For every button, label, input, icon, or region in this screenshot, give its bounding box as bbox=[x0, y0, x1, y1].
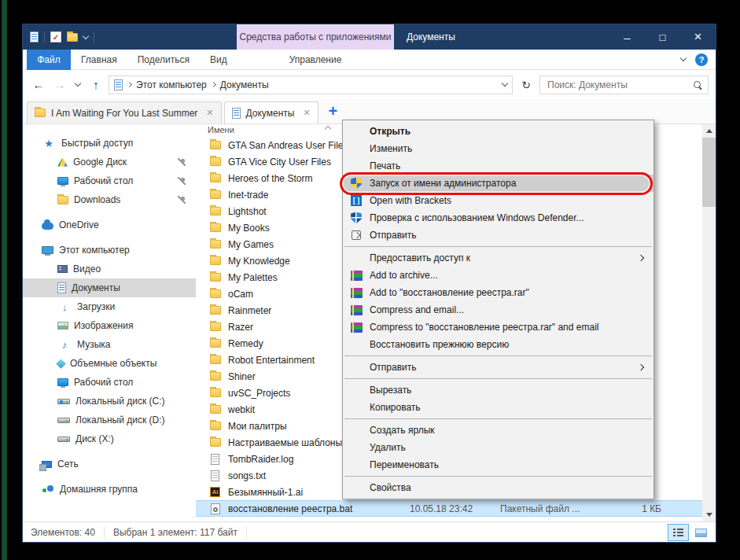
menu-item[interactable]: Предоставить доступ к bbox=[343, 249, 653, 267]
sidebar-item[interactable]: Объемные объекты bbox=[23, 354, 196, 373]
qat-chevron-down-icon[interactable] bbox=[83, 32, 89, 39]
file-name: Heroes of the Storm bbox=[228, 173, 312, 184]
menu-item[interactable]: Compress to "восстановление реестра.rar"… bbox=[343, 319, 653, 336]
menu-item[interactable] bbox=[344, 246, 652, 247]
file-name: Razer bbox=[228, 322, 253, 333]
menu-item[interactable]: Вырезать bbox=[343, 381, 653, 399]
menu-item[interactable]: Add to "восстановление реестра.rar" bbox=[343, 284, 653, 301]
address-bar: ← → ↑ Этот компьютер Документы bbox=[23, 70, 716, 99]
menu-item[interactable]: Запуск от имени администратора bbox=[343, 175, 653, 192]
menu-item[interactable] bbox=[344, 476, 652, 477]
menu-item-icon bbox=[349, 305, 363, 315]
menu-item[interactable]: Проверка с использованием Windows Defend… bbox=[343, 209, 653, 227]
sidebar-item[interactable]: Downloads bbox=[23, 190, 196, 209]
tab-view[interactable]: Вид bbox=[200, 50, 237, 70]
menu-item[interactable] bbox=[344, 356, 652, 356]
maximize-button[interactable] bbox=[645, 24, 680, 50]
menu-item[interactable]: Копировать bbox=[343, 399, 653, 416]
menu-item[interactable]: Свойства bbox=[343, 479, 653, 496]
menu-item[interactable]: Open with Brackets bbox=[343, 192, 653, 209]
scrollbar-thumb[interactable] bbox=[702, 138, 716, 207]
folder-tab-1[interactable]: I Am Waiting For You Last Summer ✕ bbox=[27, 101, 222, 123]
sidebar-item[interactable]: Диск (X:) bbox=[23, 429, 196, 448]
sidebar-item[interactable]: Загрузки bbox=[23, 297, 196, 316]
menu-item[interactable]: Compress and email... bbox=[343, 301, 653, 319]
breadcrumb-current[interactable]: Документы bbox=[220, 79, 269, 90]
tab-share[interactable]: Поделиться bbox=[127, 50, 200, 70]
scroll-down-icon[interactable] bbox=[706, 513, 712, 517]
thumbnails-view-button[interactable] bbox=[690, 524, 712, 541]
menu-item[interactable] bbox=[344, 378, 652, 379]
menu-item[interactable]: Add to archive... bbox=[343, 267, 653, 284]
menu-item[interactable]: Создать ярлык bbox=[343, 422, 653, 439]
sidebar-item[interactable]: OneDrive bbox=[23, 216, 196, 234]
selected-file-row[interactable]: восстановление реестра.bat 10.05.18 23:4… bbox=[196, 500, 702, 517]
folder-tab-2-active[interactable]: Документы ✕ bbox=[224, 101, 318, 123]
menu-item[interactable]: Переименовать bbox=[343, 456, 653, 473]
scroll-up-icon[interactable] bbox=[706, 129, 712, 133]
up-button[interactable]: ↑ bbox=[87, 78, 105, 91]
sidebar-item[interactable]: Домашняя группа bbox=[23, 480, 196, 499]
address-dropdown-chevron-icon[interactable] bbox=[502, 80, 508, 87]
recent-locations-chevron-icon[interactable] bbox=[72, 83, 83, 86]
menu-item-label: Compress to "восстановление реестра.rar"… bbox=[370, 322, 598, 333]
close-tab-icon[interactable]: ✕ bbox=[303, 108, 310, 118]
sidebar-item[interactable]: Этот компьютер bbox=[23, 241, 196, 260]
explorer-document-icon[interactable] bbox=[30, 31, 39, 42]
column-header-name[interactable]: Имени bbox=[208, 125, 234, 134]
tab-home[interactable]: Главная bbox=[71, 50, 127, 70]
sidebar-item[interactable]: Изображения bbox=[23, 316, 196, 335]
folder-icon bbox=[35, 109, 46, 117]
forward-button[interactable]: → bbox=[51, 78, 68, 91]
menu-item[interactable]: Отправить bbox=[343, 227, 653, 244]
menu-item-label: Копировать bbox=[370, 402, 421, 413]
desktop-screen: Средства работы с приложениями Документы… bbox=[0, 0, 740, 560]
sidebar-item[interactable]: Документы bbox=[23, 278, 196, 297]
sidebar-item-label: Загрузки bbox=[77, 301, 115, 312]
collapse-ribbon-chevron-icon[interactable] bbox=[680, 55, 687, 61]
menu-item[interactable]: Восстановить прежнюю версию bbox=[343, 336, 653, 353]
breadcrumb[interactable]: Этот компьютер Документы bbox=[109, 76, 513, 94]
menu-item-label: Создать ярлык bbox=[370, 425, 435, 436]
sidebar-item[interactable]: Видео bbox=[23, 260, 196, 278]
sidebar-item-label: Рабочий стол bbox=[74, 175, 133, 186]
vertical-scrollbar[interactable] bbox=[702, 124, 716, 521]
menu-item[interactable]: Печать bbox=[343, 157, 653, 175]
sidebar-item[interactable]: Локальный диск (C:) bbox=[23, 392, 196, 411]
sidebar-item-icon bbox=[57, 301, 72, 313]
menu-item[interactable]: Удалить bbox=[343, 439, 653, 456]
sidebar-item[interactable]: Рабочий стол bbox=[23, 373, 196, 392]
breadcrumb-root[interactable]: Этот компьютер bbox=[136, 79, 207, 90]
sidebar-item[interactable]: Локальный диск (D:) bbox=[23, 411, 196, 429]
menu-item[interactable]: Отправить bbox=[343, 359, 653, 376]
sidebar-item[interactable]: Сеть bbox=[23, 455, 196, 473]
help-icon[interactable] bbox=[695, 53, 708, 66]
menu-item-icon bbox=[349, 271, 363, 281]
new-tab-button[interactable]: + bbox=[321, 102, 346, 120]
tab-manage[interactable]: Управление bbox=[237, 50, 394, 70]
back-button[interactable]: ← bbox=[30, 78, 47, 91]
menu-item[interactable]: Открыть bbox=[343, 123, 653, 140]
menu-item[interactable] bbox=[344, 418, 652, 419]
file-name: Shiner bbox=[228, 371, 256, 382]
sidebar-item[interactable]: Google Диск bbox=[23, 153, 196, 171]
sidebar-item[interactable]: Музыка bbox=[23, 335, 196, 354]
details-view-button[interactable] bbox=[668, 524, 689, 541]
close-button[interactable] bbox=[680, 24, 716, 50]
sidebar-item[interactable]: Рабочий стол bbox=[23, 171, 196, 190]
tab-file[interactable]: Файл bbox=[27, 50, 71, 70]
search-icon[interactable] bbox=[693, 80, 702, 90]
sidebar-item[interactable]: Быстрый доступ bbox=[23, 134, 196, 153]
menu-item[interactable]: Изменить bbox=[343, 140, 653, 157]
close-tab-icon[interactable]: ✕ bbox=[206, 108, 213, 118]
new-folder-icon[interactable] bbox=[67, 33, 78, 42]
file-name: songs.txt bbox=[228, 470, 266, 481]
sidebar-item-label: OneDrive bbox=[59, 219, 99, 230]
search-input[interactable] bbox=[546, 79, 693, 91]
refresh-icon[interactable] bbox=[517, 78, 536, 92]
ribbon-right-controls bbox=[681, 53, 716, 66]
properties-check-icon[interactable] bbox=[50, 31, 61, 42]
sidebar-item-icon bbox=[42, 138, 56, 149]
details-view-icon bbox=[673, 528, 683, 537]
minimize-button[interactable] bbox=[609, 24, 645, 50]
